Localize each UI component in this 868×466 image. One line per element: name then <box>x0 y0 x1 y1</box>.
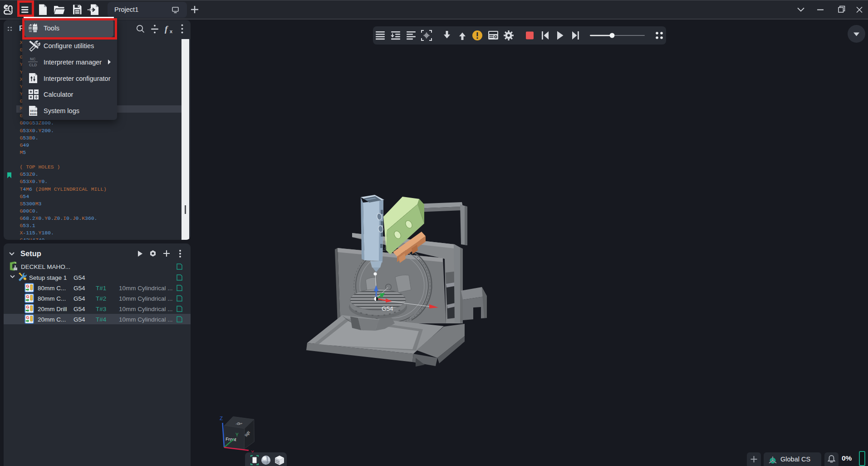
svg-text:G54: G54 <box>382 305 393 312</box>
svg-text:01011: 01011 <box>30 113 38 116</box>
svg-text:Y: Y <box>235 432 239 437</box>
svg-text:Z: Z <box>220 416 223 421</box>
svg-text:10110: 10110 <box>30 109 38 113</box>
svg-text:x: x <box>170 29 173 34</box>
svg-text:CLD: CLD <box>29 63 37 67</box>
svg-text:f: f <box>165 24 168 34</box>
svg-text:NC: NC <box>30 57 35 61</box>
